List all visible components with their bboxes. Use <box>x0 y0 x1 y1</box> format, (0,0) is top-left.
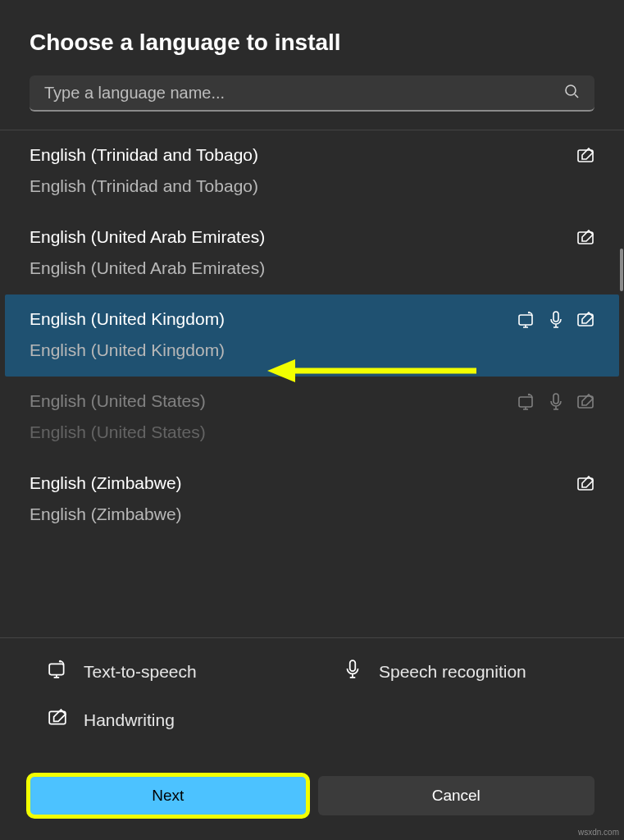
language-name-primary: English (United Kingdom) <box>30 309 517 329</box>
legend-label: Speech recognition <box>379 662 526 682</box>
text-to-speech-icon <box>517 311 535 329</box>
language-name-primary: English (Trinidad and Tobago) <box>30 145 576 165</box>
watermark: wsxdn.com <box>578 828 619 837</box>
language-name-secondary: English (United States) <box>30 422 517 442</box>
language-install-dialog: Choose a language to install English (Tr… <box>0 0 624 840</box>
speech-recognition-icon <box>547 311 565 329</box>
text-to-speech-icon <box>517 393 535 411</box>
language-item[interactable]: English (Zimbabwe) English (Zimbabwe) <box>0 459 624 541</box>
language-name-secondary: English (United Arab Emirates) <box>30 258 576 278</box>
cancel-button[interactable]: Cancel <box>318 776 595 815</box>
language-name-primary: English (Zimbabwe) <box>30 473 576 493</box>
scrollbar-thumb[interactable] <box>620 249 623 291</box>
dialog-title: Choose a language to install <box>30 30 594 56</box>
search-input[interactable] <box>44 84 563 103</box>
language-name-primary: English (United States) <box>30 391 517 411</box>
language-item-disabled: English (United States) English (United … <box>0 377 624 459</box>
language-item[interactable]: English (Trinidad and Tobago) English (T… <box>0 130 624 212</box>
text-to-speech-icon <box>48 660 67 683</box>
language-list[interactable]: English (Trinidad and Tobago) English (T… <box>0 130 624 637</box>
handwriting-icon <box>576 475 594 493</box>
legend-label: Text-to-speech <box>84 662 197 682</box>
handwriting-icon <box>576 393 594 411</box>
handwriting-icon <box>48 708 67 732</box>
language-item-selected[interactable]: English (United Kingdom) English (United… <box>5 294 619 377</box>
search-container <box>0 75 624 130</box>
dialog-footer: Next Cancel <box>0 756 624 840</box>
next-button[interactable]: Next <box>30 776 307 815</box>
legend-speech-recognition: Speech recognition <box>343 660 605 683</box>
language-name-primary: English (United Arab Emirates) <box>30 227 576 247</box>
handwriting-icon <box>576 229 594 247</box>
feature-legend: Text-to-speech Speech recognition Handwr… <box>0 637 624 756</box>
language-name-secondary: English (Zimbabwe) <box>30 504 576 524</box>
speech-recognition-icon <box>547 393 565 411</box>
speech-recognition-icon <box>343 660 362 683</box>
dialog-header: Choose a language to install <box>0 0 624 75</box>
handwriting-icon <box>576 311 594 329</box>
handwriting-icon <box>576 147 594 165</box>
legend-handwriting: Handwriting <box>48 708 310 732</box>
legend-text-to-speech: Text-to-speech <box>48 660 310 683</box>
language-name-secondary: English (Trinidad and Tobago) <box>30 176 576 196</box>
language-item[interactable]: English (United Arab Emirates) English (… <box>0 212 624 294</box>
search-icon <box>563 83 580 103</box>
legend-label: Handwriting <box>84 710 175 730</box>
search-box[interactable] <box>30 75 594 112</box>
language-name-secondary: English (United Kingdom) <box>30 340 517 360</box>
